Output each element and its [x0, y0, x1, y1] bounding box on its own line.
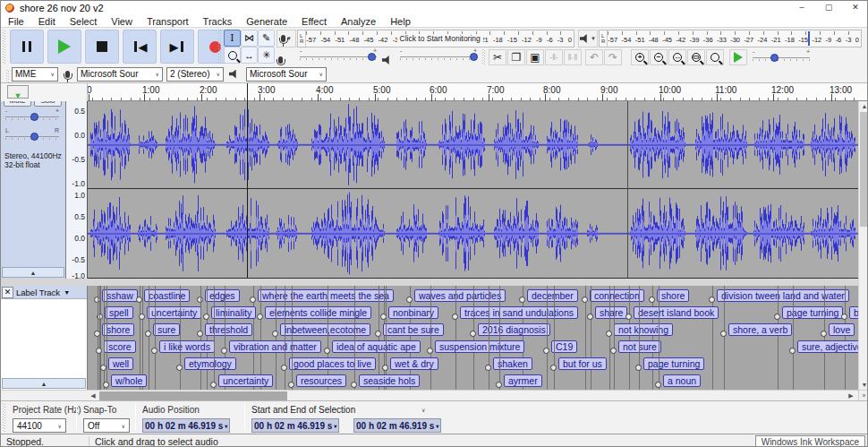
scroll-down-icon[interactable]: ▼ — [859, 380, 868, 390]
label-handle[interactable] — [635, 365, 642, 371]
slider-thumb[interactable] — [30, 133, 38, 141]
play-button[interactable] — [47, 30, 81, 64]
label-handle[interactable] — [100, 365, 106, 371]
menu-edit[interactable]: Edit — [31, 16, 63, 27]
track-menu-icon[interactable]: ▼ — [64, 289, 70, 296]
label-handle[interactable] — [519, 297, 525, 303]
label-handle[interactable] — [774, 314, 780, 320]
label-pill[interactable]: be — [849, 306, 858, 319]
label-pill[interactable]: resources — [296, 374, 346, 387]
label-handle[interactable] — [582, 297, 588, 303]
label-pill[interactable]: division tween land and water — [717, 289, 849, 302]
draw-tool-button[interactable]: ✎ — [258, 30, 275, 47]
close-track-icon[interactable]: ✕ — [2, 287, 13, 298]
trim-audio-button[interactable]: -‖- — [545, 49, 563, 65]
label-pill[interactable]: where the earth meets the sea — [258, 289, 394, 302]
play-speed-slider[interactable]: - + — [753, 51, 810, 64]
playback-device-select[interactable]: Microsoft Sour∨ — [246, 67, 327, 82]
zoom-in-button[interactable]: + — [631, 49, 649, 65]
label-handle[interactable] — [550, 365, 557, 371]
menu-select[interactable]: Select — [63, 16, 105, 27]
label-pill[interactable]: spell — [105, 306, 133, 319]
label-handle[interactable] — [382, 365, 388, 371]
gain-slider[interactable]: - + — [5, 110, 59, 123]
vertical-scroll-thumb[interactable] — [860, 112, 868, 227]
selection-tool-button[interactable]: I — [224, 30, 241, 47]
pause-button[interactable] — [10, 30, 44, 64]
scroll-up-icon[interactable]: ▲ — [859, 101, 868, 111]
label-handle[interactable] — [543, 348, 549, 354]
label-pill[interactable]: page turning — [643, 357, 704, 370]
label-handle[interactable] — [176, 365, 183, 371]
label-handle[interactable] — [720, 331, 727, 337]
recording-volume-slider[interactable]: - + — [300, 50, 377, 63]
undo-button[interactable]: ↶ — [585, 49, 603, 65]
label-pill[interactable]: good places to live — [289, 357, 376, 370]
label-pill[interactable]: a noun — [663, 374, 701, 387]
label-pill[interactable]: shore — [657, 289, 689, 302]
zoom-toggle-button[interactable] — [706, 49, 724, 65]
selection-start-field[interactable]: 00 h 02 m 46.919 s▾ — [251, 418, 339, 433]
label-pill[interactable]: i like words — [159, 340, 215, 353]
label-pill[interactable]: seaside hols — [359, 374, 420, 387]
track-control-panel[interactable]: Mute Solo - + L R Stereo, 44100Hz 32-bit… — [1, 101, 66, 279]
paste-button[interactable]: ▣ — [526, 49, 544, 65]
label-track-panel[interactable]: ✕ Label Track ▼ ▲ — [1, 286, 88, 390]
waveform-right-channel[interactable] — [88, 189, 858, 278]
label-pill[interactable]: elements collide mingle — [265, 306, 371, 319]
label-handle[interactable] — [470, 331, 476, 337]
label-handle[interactable] — [496, 382, 502, 388]
play-at-speed-button[interactable] — [729, 49, 747, 65]
label-handle[interactable] — [136, 297, 142, 303]
recording-channels-select[interactable]: 2 (Stereo)∨ — [166, 67, 224, 82]
menu-help[interactable]: Help — [383, 16, 418, 27]
label-handle[interactable] — [281, 365, 287, 371]
zoom-out-button[interactable]: − — [650, 49, 668, 65]
timeline[interactable]: ▼ 1:0001:002:003:004:005:006:007:008:009… — [1, 83, 868, 101]
slider-thumb[interactable] — [30, 113, 38, 121]
audio-position-field[interactable]: 00 h 02 m 46.919 s▾ — [142, 418, 230, 433]
label-pill[interactable]: not knowing — [614, 323, 673, 336]
label-handle[interactable] — [655, 382, 661, 388]
label-pill[interactable]: C19 — [551, 340, 577, 353]
label-handle[interactable] — [709, 297, 715, 303]
copy-button[interactable]: ❐ — [507, 49, 525, 65]
label-handle[interactable] — [272, 331, 278, 337]
label-pill[interactable]: ayrmer — [504, 374, 542, 387]
clip-boundary[interactable] — [627, 101, 628, 278]
zoom-fit-button[interactable]: ▭ — [687, 49, 705, 65]
label-pill[interactable]: score — [104, 340, 136, 353]
multi-tool-button[interactable]: ✳ — [258, 47, 275, 64]
label-pill[interactable]: waves and particles — [414, 289, 506, 302]
playback-meter[interactable]: LR -57-54-51-48-45-42-39-36-33-30-27-24-… — [599, 30, 862, 47]
cut-button[interactable]: ✂ — [489, 49, 506, 65]
menu-effect[interactable]: Effect — [294, 16, 334, 27]
monitoring-hint[interactable]: Click to Start Monitoring — [397, 34, 483, 43]
horizontal-scrollbar[interactable]: ◀ ▶ » — [1, 390, 868, 400]
label-handle[interactable] — [151, 348, 157, 354]
label-pill[interactable]: w/hole — [111, 374, 147, 387]
label-handle[interactable] — [210, 382, 217, 388]
label-handle[interactable] — [606, 331, 612, 337]
recording-device-select[interactable]: Microsoft Sour∨ — [77, 67, 163, 82]
label-pill[interactable]: well — [108, 357, 133, 370]
label-handle[interactable] — [789, 348, 796, 354]
maximize-button[interactable]: ▢ — [815, 1, 842, 14]
selection-mode-select[interactable]: Start and End of Selection — [251, 403, 430, 416]
slider-thumb[interactable] — [770, 54, 779, 62]
label-handle[interactable] — [288, 382, 294, 388]
vertical-scrollbar[interactable]: ▲ ▼ — [858, 101, 868, 390]
label-pill[interactable]: wet & dry — [390, 357, 438, 370]
label-handle[interactable] — [103, 382, 109, 388]
zoom-tool-button[interactable] — [224, 47, 241, 64]
label-handle[interactable] — [841, 314, 847, 320]
label-handle[interactable] — [406, 297, 413, 303]
label-handle[interactable] — [649, 297, 655, 303]
label-pill[interactable]: cant be sure — [383, 323, 444, 336]
label-track-collapse-button[interactable]: ▲ — [2, 378, 86, 389]
snap-to-select[interactable]: Off∨ — [83, 418, 130, 433]
redo-button[interactable]: ↷ — [604, 49, 622, 65]
stop-button[interactable] — [85, 30, 119, 64]
mute-button[interactable]: Mute — [4, 101, 31, 107]
vertical-scale-ruler[interactable]: 0.50.0-0.5-1.01.00.50.0-0.5-1.0 — [66, 101, 88, 279]
